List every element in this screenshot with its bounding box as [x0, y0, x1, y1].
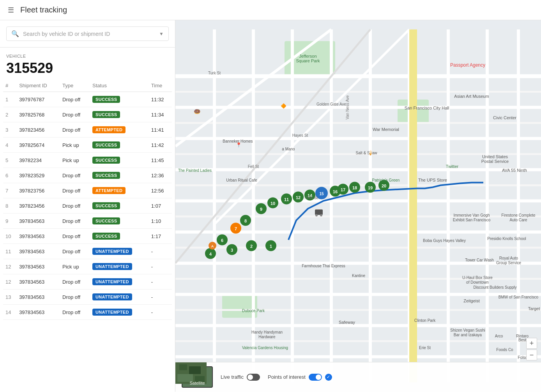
- shipment-id: 397834563: [17, 290, 60, 305]
- shipment-status: ATTEMPTED: [90, 122, 149, 138]
- svg-text:AVA 55 Ninth: AVA 55 Ninth: [502, 168, 527, 173]
- row-num: 12: [3, 274, 17, 290]
- shipment-time: -: [149, 244, 172, 259]
- table-row: 13 397834563 Drop off UNATTEMPTED -: [3, 290, 172, 305]
- hamburger-menu-icon[interactable]: ☰: [8, 6, 14, 14]
- shipment-type: Drop off: [60, 92, 90, 107]
- shipment-type: Pick up: [60, 153, 90, 168]
- svg-text:📍: 📍: [236, 142, 242, 148]
- vehicle-section: VEHICLE 315529: [0, 48, 175, 79]
- svg-text:Farmhouse Thai Express: Farmhouse Thai Express: [302, 264, 345, 268]
- row-num: 1: [3, 92, 17, 107]
- shipment-id: 397834563: [17, 214, 60, 229]
- row-num: 2: [3, 107, 17, 122]
- svg-text:Shizen Vegan Sushi: Shizen Vegan Sushi: [450, 328, 485, 332]
- svg-point-75: [315, 214, 318, 217]
- shipment-time: -: [149, 259, 172, 274]
- svg-text:Auto Care: Auto Care: [509, 218, 527, 222]
- zoom-controls: + −: [526, 338, 537, 360]
- shipment-time: 12:36: [149, 168, 172, 183]
- row-num: 6: [3, 168, 17, 183]
- shipment-type: Drop off: [60, 107, 90, 122]
- table-row: 9 397834563 Drop off SUCCESS 1:10: [3, 214, 172, 229]
- svg-text:8: 8: [244, 219, 247, 223]
- satellite-thumbnail[interactable]: Satellite: [182, 366, 213, 388]
- shipment-type: Pick up: [60, 259, 90, 274]
- shipment-time: -: [149, 290, 172, 305]
- svg-text:Jefferson: Jefferson: [299, 54, 316, 58]
- table-row: 12 397834563 Pick up UNATTEMPTED -: [3, 259, 172, 274]
- row-num: 5: [3, 153, 17, 168]
- svg-text:12: 12: [296, 195, 301, 200]
- svg-text:🍦: 🍦: [368, 150, 373, 155]
- svg-text:Target: Target: [528, 306, 540, 311]
- shipment-time: 11:32: [149, 92, 172, 107]
- svg-text:Oak St: Oak St: [306, 196, 318, 200]
- svg-text:Square Park: Square Park: [296, 58, 320, 63]
- svg-text:of Downtown: of Downtown: [466, 280, 489, 284]
- shipment-type: Drop off: [60, 214, 90, 229]
- svg-text:6: 6: [221, 238, 223, 243]
- svg-text:7: 7: [235, 226, 237, 231]
- row-num: 8: [3, 198, 17, 214]
- svg-text:Arco: Arco: [495, 334, 503, 338]
- points-of-interest-label: Points of interest: [268, 374, 306, 380]
- svg-text:Exhibit San Francisco: Exhibit San Francisco: [453, 218, 491, 222]
- svg-text:18: 18: [352, 185, 357, 190]
- zoom-out-button[interactable]: −: [526, 350, 537, 360]
- shipment-status: UNATTEMPTED: [90, 290, 149, 305]
- table-row: 14 397834563 Drop off UNATTEMPTED -: [3, 305, 172, 320]
- table-row: 3 397823456 Drop off ATTEMPTED 11:41: [3, 122, 172, 138]
- zoom-in-button[interactable]: +: [526, 338, 537, 349]
- shipment-time: 11:41: [149, 122, 172, 138]
- vehicle-id: 315529: [6, 60, 169, 76]
- app-header: ☰ Fleet tracking: [0, 0, 541, 20]
- table-header: # Shipment ID Type Status Time: [3, 79, 172, 92]
- search-box[interactable]: 🔍 Search by vehicle ID or shipment ID ▼: [6, 26, 169, 41]
- svg-text:Civic Center: Civic Center: [493, 115, 516, 120]
- svg-text:Bar and Izakaya: Bar and Izakaya: [454, 333, 482, 337]
- row-num: 13: [3, 290, 17, 305]
- svg-text:20: 20: [382, 184, 386, 188]
- sidebar: 🔍 Search by vehicle ID or shipment ID ▼ …: [0, 20, 175, 392]
- poi-toggle[interactable]: [309, 374, 322, 381]
- shipment-id: 397825768: [17, 107, 60, 122]
- shipment-type: Drop off: [60, 198, 90, 214]
- col-shipment-id: Shipment ID: [17, 79, 60, 92]
- row-num: 12: [3, 259, 17, 274]
- shipment-type: Drop off: [60, 122, 90, 138]
- svg-text:BMW of San Francisco: BMW of San Francisco: [499, 295, 539, 299]
- shipment-id: 397823756: [17, 183, 60, 198]
- shipment-status: UNATTEMPTED: [90, 305, 149, 320]
- map-bottom-bar: Satellite Live traffic Points of interes…: [175, 362, 541, 392]
- live-traffic-label: Live traffic: [221, 374, 244, 380]
- shipment-status: SUCCESS: [90, 214, 149, 229]
- svg-text:16: 16: [333, 189, 338, 194]
- table-row: 12 397834563 Drop off UNATTEMPTED -: [3, 274, 172, 290]
- shipment-status: ATTEMPTED: [90, 183, 149, 198]
- svg-text:The Painted Ladies: The Painted Ladies: [178, 168, 212, 173]
- map-svg: 6 7 8 9 10 11 12 14 15 16 17 18: [175, 20, 541, 392]
- svg-text:Royal Auto: Royal Auto: [499, 256, 518, 260]
- shipment-status: SUCCESS: [90, 107, 149, 122]
- svg-text:Boba Guys Hayes Valley: Boba Guys Hayes Valley: [423, 238, 466, 243]
- svg-text:1: 1: [270, 244, 272, 249]
- live-traffic-toggle[interactable]: [247, 374, 260, 381]
- svg-text:Duboce Park: Duboce Park: [242, 309, 265, 313]
- shipment-time: 12:56: [149, 183, 172, 198]
- row-num: 14: [3, 305, 17, 320]
- shipment-type: Drop off: [60, 290, 90, 305]
- svg-rect-74: [315, 210, 323, 215]
- svg-text:2: 2: [250, 244, 253, 249]
- svg-text:Turk St: Turk St: [208, 71, 221, 75]
- search-input[interactable]: Search by vehicle ID or shipment ID: [23, 31, 156, 37]
- svg-text:3: 3: [231, 248, 233, 253]
- search-container: 🔍 Search by vehicle ID or shipment ID ▼: [0, 20, 175, 48]
- shipment-id: 397823456: [17, 122, 60, 138]
- shipment-time: 11:34: [149, 107, 172, 122]
- svg-text:Hardware: Hardware: [258, 335, 276, 339]
- shipment-id: 397834563: [17, 274, 60, 290]
- shipment-table: # Shipment ID Type Status Time 1 3979767…: [3, 79, 172, 320]
- shipment-time: 1:07: [149, 198, 172, 214]
- poi-control: Points of interest ✓: [268, 374, 332, 381]
